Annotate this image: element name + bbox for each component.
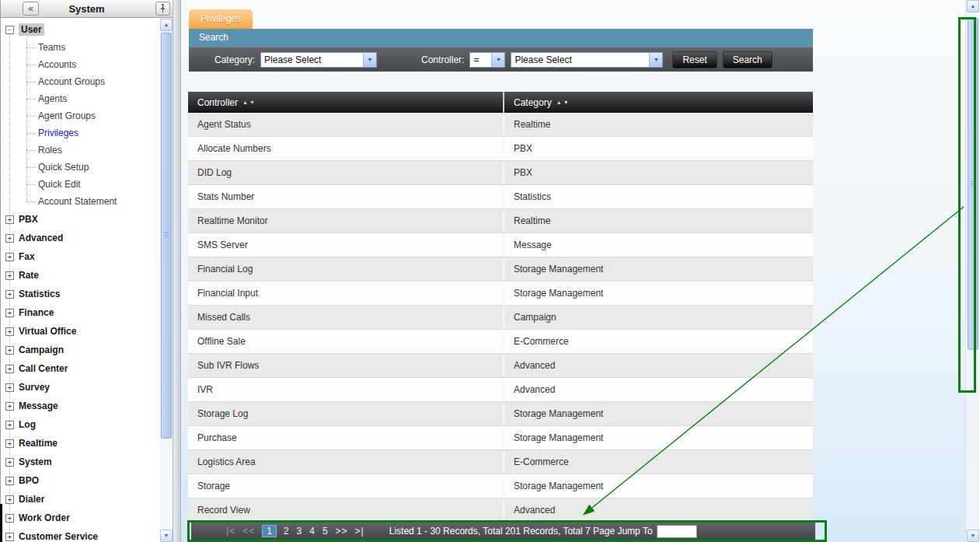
chevron-down-icon[interactable]: ▼ — [649, 53, 662, 67]
sort-asc-icon[interactable]: ▲ — [556, 99, 562, 107]
sidebar-item-survey[interactable]: +Survey — [1, 378, 160, 397]
expand-icon[interactable]: + — [5, 402, 14, 411]
table-row[interactable]: DID LogPBX — [188, 161, 813, 185]
sidebar-item-virtual-office[interactable]: +Virtual Office — [1, 322, 160, 341]
expand-icon[interactable]: + — [5, 514, 14, 523]
sidebar-item-agent-groups[interactable]: Agent Groups — [1, 107, 160, 124]
table-row[interactable]: Agent StatusRealtime — [188, 113, 813, 137]
column-header-controller[interactable]: Controller ▲ ▼ — [188, 92, 503, 113]
sidebar-item-work-order[interactable]: +Work Order — [1, 509, 160, 527]
expand-icon[interactable]: + — [5, 458, 14, 467]
sidebar-item-dialer[interactable]: +Dialer — [1, 490, 160, 509]
sidebar-item-teams[interactable]: Teams — [1, 39, 160, 56]
expand-icon[interactable]: + — [5, 477, 14, 485]
page-button-2[interactable]: 2 — [284, 526, 290, 537]
table-row[interactable]: Allocate NumbersPBX — [188, 137, 813, 161]
operator-select[interactable]: = ▼ — [469, 52, 505, 68]
sort-desc-icon[interactable]: ▼ — [249, 99, 255, 107]
sidebar-item-bpo[interactable]: +BPO — [1, 471, 160, 490]
scroll-up-icon[interactable]: ▲ — [967, 0, 979, 12]
sidebar-item-campaign[interactable]: +Campaign — [1, 341, 160, 359]
table-row[interactable]: Realtime MonitorRealtime — [188, 209, 813, 233]
expand-icon[interactable]: + — [5, 533, 14, 541]
sidebar-item-log[interactable]: +Log — [1, 415, 160, 434]
pin-icon[interactable] — [155, 2, 170, 16]
expand-icon[interactable]: + — [5, 383, 14, 392]
sidebar-item-fax[interactable]: +Fax — [1, 247, 160, 266]
expand-icon[interactable]: + — [5, 346, 14, 355]
expand-icon[interactable]: + — [5, 421, 14, 429]
page-button-5[interactable]: 5 — [323, 526, 329, 537]
expand-icon[interactable]: + — [5, 215, 14, 224]
sidebar-item-call-center[interactable]: +Call Center — [1, 359, 160, 378]
collapse-icon[interactable]: - — [5, 26, 14, 34]
sidebar-scrollbar[interactable]: ▲ ▼ — [160, 19, 173, 542]
sidebar-item-statistics[interactable]: +Statistics — [1, 285, 160, 303]
sidebar-item-account-statement[interactable]: Account Statement — [1, 193, 160, 210]
sidebar-item-privileges[interactable]: Privileges — [1, 124, 160, 142]
table-row[interactable]: PurchaseStorage Management — [188, 426, 813, 450]
expand-icon[interactable]: + — [5, 253, 14, 261]
expand-icon[interactable]: + — [5, 365, 14, 373]
sidebar-item-realtime[interactable]: +Realtime — [1, 434, 160, 453]
expand-icon[interactable]: + — [5, 290, 14, 299]
table-row[interactable]: Missed CallsCampaign — [188, 306, 813, 330]
tab-privileges[interactable]: Privileges — [189, 9, 253, 29]
table-row[interactable]: Financial InputStorage Management — [188, 281, 813, 306]
sidebar-item-customer-service[interactable]: +Customer Service — [1, 527, 160, 542]
sidebar-item-quick-setup[interactable]: Quick Setup — [1, 159, 160, 176]
table-row[interactable]: Stats NumberStatistics — [188, 185, 813, 209]
page-jump-input[interactable] — [657, 525, 697, 538]
sidebar-item-accounts[interactable]: Accounts — [1, 56, 160, 73]
page-scrollbar[interactable]: ▲ ▼ — [965, 0, 979, 542]
sidebar-item-finance[interactable]: +Finance — [1, 303, 160, 322]
prev-page-button[interactable]: << — [242, 526, 255, 537]
table-row[interactable]: Financial LogStorage Management — [188, 257, 813, 281]
first-page-button[interactable]: |< — [226, 526, 235, 537]
table-row[interactable]: Sub IVR FlowsAdvanced — [188, 354, 813, 378]
sidebar-item-pbx[interactable]: +PBX — [1, 210, 160, 229]
expand-icon[interactable]: + — [5, 495, 14, 504]
sort-desc-icon[interactable]: ▼ — [563, 99, 569, 107]
sidebar-item-advanced[interactable]: +Advanced — [1, 229, 160, 247]
next-page-button[interactable]: >> — [336, 526, 348, 537]
sidebar-item-agents[interactable]: Agents — [1, 90, 160, 107]
sidebar-item-message[interactable]: +Message — [1, 397, 160, 415]
sort-asc-icon[interactable]: ▲ — [242, 99, 248, 107]
chevron-down-icon[interactable]: ▼ — [491, 53, 504, 67]
sidebar-item-account-groups[interactable]: Account Groups — [1, 73, 160, 90]
scroll-down-icon[interactable]: ▼ — [160, 530, 173, 542]
table-row[interactable]: Storage LogStorage Management — [188, 402, 813, 426]
expand-icon[interactable]: + — [5, 234, 14, 243]
sidebar-item-system[interactable]: +System — [1, 453, 160, 471]
expand-icon[interactable]: + — [5, 309, 14, 317]
sidebar-collapse-button[interactable]: « — [23, 2, 39, 16]
page-button-3[interactable]: 3 — [297, 526, 303, 537]
search-button[interactable]: Search — [723, 51, 772, 68]
expand-icon[interactable]: + — [5, 439, 14, 448]
sidebar-item-rate[interactable]: +Rate — [1, 266, 160, 285]
table-row[interactable]: Offline SaleE-Commerce — [188, 330, 813, 354]
table-row[interactable]: StorageStorage Management — [188, 474, 813, 498]
reset-button[interactable]: Reset — [672, 51, 717, 68]
category-select[interactable]: Please Select ▼ — [260, 52, 377, 68]
last-page-button[interactable]: >| — [355, 526, 364, 537]
page-button-4[interactable]: 4 — [309, 526, 316, 537]
controller-select[interactable]: Please Select ▼ — [511, 52, 663, 68]
sidebar-item-user[interactable]: -User — [1, 20, 160, 39]
sidebar-scrollbar-thumb[interactable] — [161, 33, 172, 439]
page-button-1[interactable]: 1 — [262, 525, 277, 537]
scroll-down-icon[interactable]: ▼ — [967, 530, 979, 542]
expand-icon[interactable]: + — [5, 327, 14, 336]
chevron-down-icon[interactable]: ▼ — [363, 53, 376, 67]
page-scrollbar-thumb[interactable] — [968, 18, 978, 350]
sidebar-item-roles[interactable]: Roles — [1, 142, 160, 159]
table-row[interactable]: IVRAdvanced — [188, 378, 813, 402]
column-header-category[interactable]: Category ▲ ▼ — [503, 92, 813, 113]
table-row[interactable]: Record ViewAdvanced — [188, 498, 813, 523]
table-row[interactable]: SMS ServerMessage — [188, 233, 813, 257]
table-row[interactable]: Logistics AreaE-Commerce — [188, 450, 813, 474]
expand-icon[interactable]: + — [5, 271, 14, 280]
scroll-up-icon[interactable]: ▲ — [160, 19, 173, 31]
sidebar-item-quick-edit[interactable]: Quick Edit — [1, 176, 160, 193]
